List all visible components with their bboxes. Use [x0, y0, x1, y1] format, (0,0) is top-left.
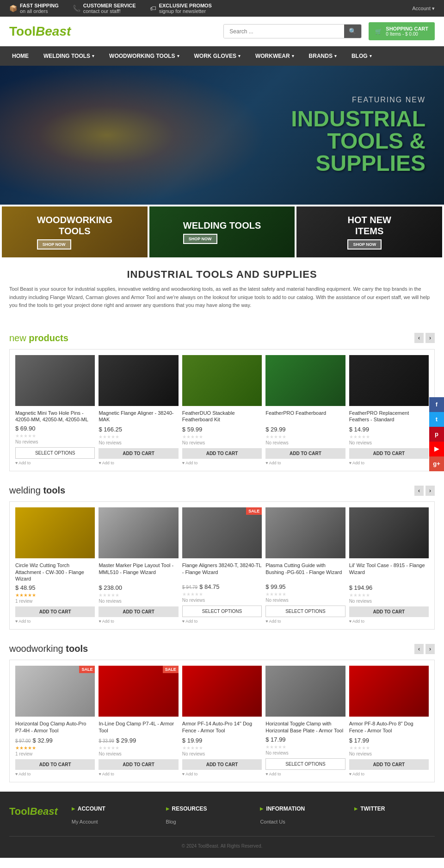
- wishlist-button[interactable]: ♥ Add to: [265, 461, 345, 465]
- service-sub: contact our staff!: [83, 8, 136, 14]
- wishlist-button[interactable]: ♥ Add to: [349, 619, 429, 624]
- wishlist-button[interactable]: ♥ Add to: [182, 461, 262, 465]
- wishlist-button[interactable]: ♥ Add to: [182, 619, 262, 624]
- banner-welding-btn[interactable]: SHOP NOW: [183, 234, 217, 244]
- wishlist-button[interactable]: ♥ Add to: [349, 772, 429, 776]
- footer-logo-col: ToolBeast: [9, 806, 58, 827]
- banner-hotnew[interactable]: HOT NEWITEMS SHOP NOW: [296, 206, 442, 257]
- select-options-button[interactable]: SELECT OPTIONS: [182, 606, 262, 617]
- cart-count: 0 Items - $ 0.00: [386, 31, 428, 37]
- woodworking-tools-next[interactable]: ›: [426, 644, 435, 654]
- product-card: Master Marker Pipe Layout Tool - MML510 …: [99, 507, 178, 624]
- social-googleplus-button[interactable]: g+: [429, 456, 444, 471]
- welding-tools-prev[interactable]: ‹: [414, 486, 424, 496]
- product-image: [265, 507, 345, 558]
- wishlist-button[interactable]: ♥ Add to: [182, 772, 262, 776]
- logo[interactable]: ToolBeast: [9, 24, 71, 39]
- product-price: $ 238.00: [99, 584, 178, 591]
- product-price: $ 166.25: [99, 426, 178, 433]
- footer-myaccount-link[interactable]: My Account: [72, 819, 98, 824]
- banner-woodworking-btn[interactable]: SHOP NOW: [37, 239, 71, 250]
- wishlist-button[interactable]: ♥ Add to: [15, 772, 95, 776]
- search-input[interactable]: [224, 25, 344, 38]
- woodworking-tools-section: woodworking tools ‹ › SALE Horizontal Do…: [0, 639, 444, 792]
- product-card: Armor PF-14 Auto-Pro 14" Dog Fence - Arm…: [182, 666, 262, 776]
- account-menu[interactable]: Account ▾: [412, 6, 435, 12]
- product-reviews: No reviews: [265, 440, 345, 445]
- woodworking-tools-grid: SALE Horizontal Dog Clamp Auto-Pro P7-4H…: [9, 660, 435, 782]
- footer-blog-link[interactable]: Blog: [166, 819, 176, 824]
- product-card: Circle Wiz Cutting Torch Attachment - CW…: [15, 507, 95, 624]
- add-to-cart-button[interactable]: ADD TO CART: [349, 606, 429, 617]
- woodworking-tools-prev[interactable]: ‹: [414, 644, 424, 654]
- nav-welding-tools[interactable]: WELDING TOOLS ▾: [36, 46, 102, 66]
- welding-tools-next[interactable]: ›: [426, 486, 435, 496]
- add-to-cart-button[interactable]: ADD TO CART: [99, 606, 178, 617]
- social-facebook-button[interactable]: f: [429, 397, 444, 412]
- customer-service-info: 📞 CUSTOMER SERVICE contact our staff!: [73, 3, 136, 14]
- cart-button[interactable]: 🛒 SHOPPING CART 0 Items - $ 0.00: [369, 22, 435, 40]
- social-twitter-button[interactable]: t: [429, 412, 444, 427]
- select-options-button[interactable]: SELECT OPTIONS: [265, 758, 345, 770]
- add-to-cart-button[interactable]: ADD TO CART: [182, 448, 262, 459]
- nav-woodworking-arrow: ▾: [177, 54, 179, 58]
- product-stars: ★★★★★: [99, 745, 178, 750]
- footer-copyright: © 2024 ToolBeast. All Rights Reserved.: [182, 843, 263, 849]
- footer-top: ToolBeast ACCOUNT My Account RESOURCES B…: [9, 806, 435, 827]
- banner-welding[interactable]: WELDING TOOLS SHOP NOW: [149, 206, 295, 257]
- search-button[interactable]: 🔍: [344, 25, 361, 38]
- footer-contactus-link[interactable]: Contact Us: [260, 819, 285, 824]
- wishlist-button[interactable]: ♥ Add to: [99, 461, 178, 465]
- product-image: [349, 507, 429, 558]
- product-price: $ 17.99: [265, 736, 345, 743]
- wishlist-button[interactable]: ♥ Add to: [265, 619, 345, 624]
- wishlist-button[interactable]: ♥ Add to: [99, 619, 178, 624]
- wishlist-button[interactable]: ♥ Add to: [349, 461, 429, 465]
- select-options-button[interactable]: SELECT OPTIONS: [265, 606, 345, 617]
- select-options-button[interactable]: SELECT OPTIONS: [15, 447, 95, 459]
- new-products-next[interactable]: ›: [426, 333, 435, 343]
- main-section: INDUSTRIAL TOOLS AND SUPPLIES Tool Beast…: [0, 259, 444, 328]
- banner-hotnew-btn[interactable]: SHOP NOW: [347, 239, 382, 250]
- social-pinterest-button[interactable]: p: [429, 427, 444, 442]
- add-to-cart-button[interactable]: ADD TO CART: [349, 759, 429, 770]
- product-stars: ★★★★★: [15, 745, 95, 750]
- wishlist-button[interactable]: ♥ Add to: [15, 619, 95, 624]
- wishlist-button[interactable]: ♥ Add to: [15, 461, 95, 465]
- nav-home[interactable]: HOME: [5, 46, 36, 66]
- woodworking-tools-title: woodworking tools: [9, 643, 88, 654]
- nav-workwear[interactable]: WORKWEAR ▾: [248, 46, 302, 66]
- product-name: In-Line Dog Clamp P7-4L - Armor Tool: [99, 720, 178, 735]
- add-to-cart-button[interactable]: ADD TO CART: [15, 759, 95, 770]
- hero-subtitle: FEATURING NEW: [291, 96, 426, 104]
- add-to-cart-button[interactable]: ADD TO CART: [15, 606, 95, 617]
- nav-gloves-arrow: ▾: [238, 54, 240, 58]
- main-section-title: INDUSTRIAL TOOLS AND SUPPLIES: [9, 269, 435, 281]
- product-stars: ★★★★★: [182, 434, 262, 439]
- product-image: [15, 507, 95, 558]
- wishlist-button[interactable]: ♥ Add to: [265, 772, 345, 776]
- welding-tools-grid: Circle Wiz Cutting Torch Attachment - CW…: [9, 501, 435, 630]
- new-products-grid: Magnetic Mini Two Hole Pins - 42050-MM, …: [9, 349, 435, 472]
- wishlist-button[interactable]: ♥ Add to: [99, 772, 178, 776]
- add-to-cart-button[interactable]: ADD TO CART: [99, 448, 178, 459]
- add-to-cart-button[interactable]: ADD TO CART: [349, 448, 429, 459]
- product-name: Master Marker Pipe Layout Tool - MML510 …: [99, 562, 178, 582]
- nav-brands[interactable]: BRANDS ▾: [302, 46, 344, 66]
- new-products-prev[interactable]: ‹: [414, 333, 424, 343]
- nav-blog[interactable]: BLOG ▾: [344, 46, 379, 66]
- banner-woodworking[interactable]: WOODWORKINGTOOLS SHOP NOW: [2, 206, 148, 257]
- product-card: Armor PF-8 Auto-Pro 8" Dog Fence - Armor…: [349, 666, 429, 776]
- social-youtube-button[interactable]: ▶: [429, 442, 444, 456]
- product-name: Lil' Wiz Tool Case - 8915 - Flange Wizar…: [349, 562, 429, 582]
- footer-logo[interactable]: ToolBeast: [9, 806, 58, 818]
- footer-account-col: ACCOUNT My Account: [72, 806, 152, 827]
- footer-account-title: ACCOUNT: [72, 806, 152, 812]
- logo-bold: Beast: [36, 24, 71, 38]
- add-to-cart-button[interactable]: ADD TO CART: [182, 759, 262, 770]
- nav-work-gloves[interactable]: WORK GLOVES ▾: [187, 46, 248, 66]
- banner-welding-text: WELDING TOOLS: [183, 220, 261, 231]
- add-to-cart-button[interactable]: ADD TO CART: [265, 448, 345, 459]
- nav-woodworking-tools[interactable]: WOODWORKING TOOLS ▾: [102, 46, 186, 66]
- add-to-cart-button[interactable]: ADD TO CART: [99, 759, 178, 770]
